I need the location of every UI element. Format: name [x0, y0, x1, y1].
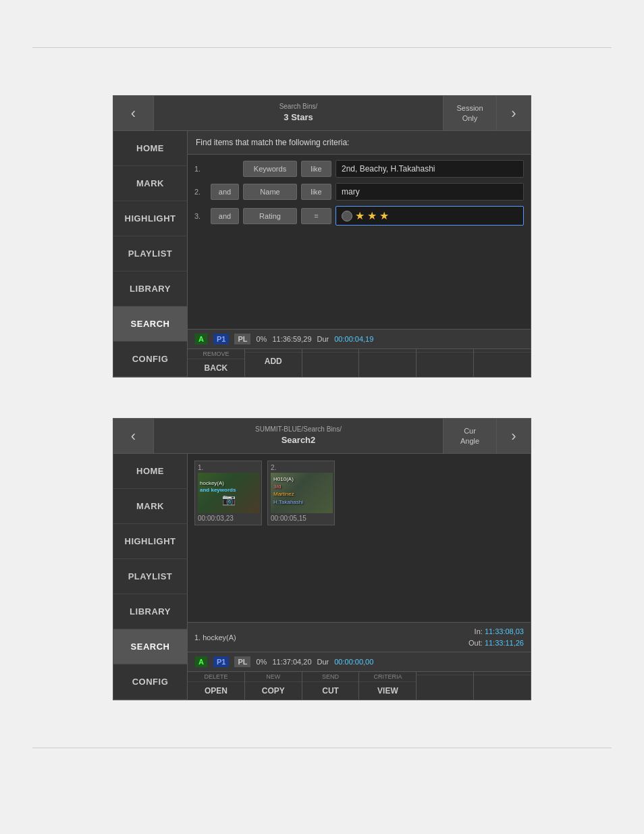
result1-thumb-text1: hockey(A) — [200, 480, 258, 487]
panel2-sidebar-library[interactable]: LIBRARY — [113, 594, 187, 629]
panel2-title: Search2 — [281, 434, 316, 446]
row3-field[interactable]: Rating — [243, 208, 297, 224]
panel1-status-bar: A P1 PL 0% 11:36:59,29 Dur 00:00:04,19 — [188, 329, 531, 348]
panel2-in-time: In: 11:33:08,03 — [468, 626, 524, 637]
row1-value[interactable]: 2nd, Beachy, H.Takahashi — [336, 160, 524, 178]
panel1-session-button[interactable]: SessionOnly — [443, 96, 497, 130]
result1-thumb: hockey(A) and keywords 📷 — [198, 473, 260, 513]
results-grid: 1. hockey(A) and keywords 📷 00:00:03,23 — [188, 454, 531, 622]
row2-value[interactable]: mary — [336, 183, 524, 201]
row2-field[interactable]: Name — [243, 184, 297, 200]
panel2-sidebar-search[interactable]: SEARCH — [113, 629, 187, 664]
row2-connector[interactable]: and — [211, 184, 239, 200]
panel2-back-button[interactable]: ‹ — [113, 419, 154, 453]
criteria-row-3: 3. and Rating = ★ ★ ★ — [194, 206, 524, 226]
sidebar-item-mark[interactable]: MARK — [113, 166, 187, 201]
star1: ★ — [355, 209, 365, 222]
search-criteria-panel: ‹ Search Bins/ 3 Stars SessionOnly › HOM… — [113, 95, 531, 377]
panel1-btn1-top: REMOVE — [188, 349, 244, 359]
panel2-btn6-main — [474, 675, 531, 683]
panel1-button-bar: REMOVE BACK ADD — [188, 348, 531, 377]
result2-thumb-overlay: H010(A) 3rd Martinez H.Takahashi — [272, 474, 331, 512]
row1-field[interactable]: Keywords — [243, 161, 297, 177]
result1-thumb-tags: and keywords — [200, 487, 258, 493]
panel1-p1-badge: P1 — [213, 334, 229, 344]
row3-connector[interactable]: and — [211, 208, 239, 224]
panel2-out-label: Out: — [468, 639, 485, 647]
panel2-btn2-top: NEW — [245, 672, 302, 682]
panel2-sidebar: HOME MARK HIGHLIGHT PLAYLIST LIBRARY SEA… — [113, 454, 188, 700]
panel1-btn3 — [302, 349, 360, 377]
panel2-percent: 0% — [256, 658, 267, 666]
sidebar-item-library[interactable]: LIBRARY — [113, 271, 187, 307]
row3-stars-value[interactable]: ★ ★ ★ — [336, 206, 524, 226]
top-divider — [32, 47, 612, 48]
row1-num: 1. — [194, 165, 207, 173]
panel2-sidebar-highlight[interactable]: HIGHLIGHT — [113, 524, 187, 559]
sidebar-item-search[interactable]: SEARCH — [113, 307, 187, 342]
panel2-sidebar-config[interactable]: CONFIG — [113, 664, 187, 700]
panel2-btn1-main[interactable]: OPEN — [188, 682, 244, 700]
panel1-a-badge: A — [194, 333, 208, 345]
panel2-content: 1. hockey(A) and keywords 📷 00:00:03,23 — [188, 454, 531, 700]
result-item-1[interactable]: 1. hockey(A) and keywords 📷 00:00:03,23 — [194, 461, 262, 525]
panel2-cur-label: CurAngle — [460, 426, 479, 446]
panel2-btn5 — [417, 672, 474, 700]
panel2-p1-badge: P1 — [213, 656, 229, 667]
panel1-btn1-main[interactable]: BACK — [188, 359, 244, 377]
panel2-body: HOME MARK HIGHLIGHT PLAYLIST LIBRARY SEA… — [113, 454, 531, 700]
panel2-btn-open: DELETE OPEN — [188, 672, 245, 700]
panel2-btn3-main[interactable]: CUT — [302, 682, 359, 700]
panel2-next-button[interactable]: › — [497, 419, 531, 453]
bottom-divider — [32, 748, 612, 748]
result-item-2[interactable]: 2. H010(A) 3rd Martinez H.Takahashi — [267, 461, 335, 525]
panel1-title: 3 Stars — [284, 111, 313, 124]
panel1-percent: 0% — [256, 335, 267, 343]
criteria-row-1: 1. Keywords like 2nd, Beachy, H.Takahash… — [194, 160, 524, 178]
search-results-panel: ‹ SUMMIT-BLUE/Search Bins/ Search2 CurAn… — [113, 418, 531, 700]
panel2-timecodes: In: 11:33:08,03 Out: 11:33:11,26 — [468, 626, 524, 648]
panel1-btn5-main — [417, 353, 473, 361]
panel2-topbar: ‹ SUMMIT-BLUE/Search Bins/ Search2 CurAn… — [113, 419, 531, 454]
panel1-topbar: ‹ Search Bins/ 3 Stars SessionOnly › — [113, 96, 531, 131]
panel2-dur-value: 00:00:00,00 — [334, 658, 373, 666]
panel1-pl-badge: PL — [234, 334, 250, 344]
result2-tag2: Martinez — [273, 491, 294, 497]
panel2-btn4-main[interactable]: VIEW — [359, 682, 416, 700]
sidebar-item-home[interactable]: HOME — [113, 131, 187, 166]
panel1-btn-add: ADD — [245, 349, 302, 377]
panel1-sidebar: HOME MARK HIGHLIGHT PLAYLIST LIBRARY SEA… — [113, 131, 188, 377]
result2-tag3: H.Takahashi — [273, 499, 303, 505]
panel1-btn6 — [474, 349, 531, 377]
panel2-cur-button[interactable]: CurAngle — [443, 419, 497, 453]
result2-tag1: 3rd — [273, 484, 281, 490]
panel2-a-badge: A — [194, 656, 208, 668]
panel1-btn2-main[interactable]: ADD — [245, 353, 302, 370]
row3-op[interactable]: = — [301, 208, 331, 224]
panel2-sidebar-mark[interactable]: MARK — [113, 489, 187, 524]
panel1-dur-value: 00:00:04,19 — [334, 335, 373, 343]
sidebar-item-config[interactable]: CONFIG — [113, 342, 187, 377]
panel1-title-area: Search Bins/ 3 Stars — [154, 96, 443, 130]
panel1-btn3-main — [302, 353, 359, 361]
panel2-in-value: 11:33:08,03 — [485, 627, 524, 635]
row1-op[interactable]: like — [301, 161, 331, 177]
panel1-next-button[interactable]: › — [497, 96, 531, 130]
panel2-selected-item: 1. hockey(A) — [194, 633, 236, 642]
result1-num: 1. — [198, 464, 259, 471]
panel2-sidebar-playlist[interactable]: PLAYLIST — [113, 559, 187, 594]
star3: ★ — [379, 209, 389, 222]
panel1-session-label: SessionOnly — [456, 103, 483, 123]
star2: ★ — [367, 209, 377, 222]
result2-thumb: H010(A) 3rd Martinez H.Takahashi — [271, 473, 333, 513]
panel2-pl-badge: PL — [234, 656, 250, 667]
panel2-btn2-main[interactable]: COPY — [245, 682, 302, 700]
panel1-back-button[interactable]: ‹ — [113, 96, 154, 130]
panel1-btn6-main — [474, 353, 531, 361]
panel2-title-area: SUMMIT-BLUE/Search Bins/ Search2 — [154, 419, 443, 453]
panel2-sidebar-home[interactable]: HOME — [113, 454, 187, 489]
sidebar-item-highlight[interactable]: HIGHLIGHT — [113, 201, 187, 236]
row2-op[interactable]: like — [301, 184, 331, 200]
panel2-btn5-main — [417, 675, 473, 683]
sidebar-item-playlist[interactable]: PLAYLIST — [113, 236, 187, 271]
